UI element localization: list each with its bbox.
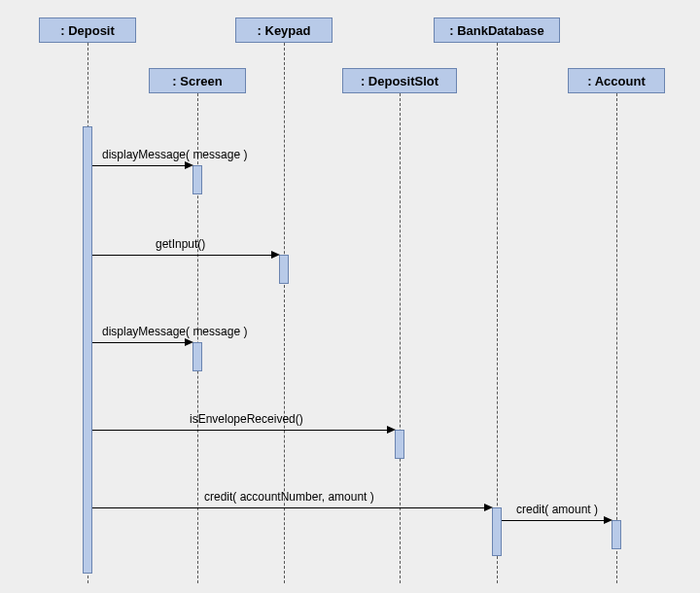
arrowhead-icon xyxy=(484,504,493,511)
message-label: credit( accountNumber, amount ) xyxy=(204,490,374,504)
participant-screen: : Screen xyxy=(149,68,246,93)
activation-bar xyxy=(83,126,92,574)
message-label: credit( amount ) xyxy=(516,503,598,516)
participant-label: : BankDatabase xyxy=(449,23,544,38)
lifeline xyxy=(497,43,498,583)
message-arrow xyxy=(502,520,609,521)
participant-account: : Account xyxy=(568,68,665,93)
activation-bar xyxy=(492,507,502,556)
participant-label: : Keypad xyxy=(258,23,311,38)
arrowhead-icon xyxy=(185,338,193,346)
participant-depositslot: : DepositSlot xyxy=(342,68,457,93)
activation-bar xyxy=(612,520,621,549)
message-arrow xyxy=(92,255,275,256)
message-label: getInput() xyxy=(156,237,205,251)
message-arrow xyxy=(92,430,391,431)
message-label: displayMessage( message ) xyxy=(102,148,247,161)
participant-label: : Deposit xyxy=(60,23,115,38)
message-arrow xyxy=(92,165,190,166)
lifeline xyxy=(400,93,401,583)
message-label: isEnvelopeReceived() xyxy=(190,412,303,426)
participant-keypad: : Keypad xyxy=(235,17,332,43)
message-arrow xyxy=(92,342,190,343)
lifeline xyxy=(616,93,617,583)
arrowhead-icon xyxy=(185,161,193,169)
activation-bar xyxy=(192,165,202,194)
sequence-diagram: : Deposit : Keypad : BankDatabase : Scre… xyxy=(0,0,700,593)
message-label: displayMessage( message ) xyxy=(102,325,247,338)
activation-bar xyxy=(192,342,202,371)
participant-label: : Screen xyxy=(172,74,222,88)
arrowhead-icon xyxy=(387,426,396,434)
participant-bankdatabase: : BankDatabase xyxy=(434,17,560,43)
arrowhead-icon xyxy=(271,251,280,259)
activation-bar xyxy=(395,430,404,459)
message-arrow xyxy=(92,507,488,508)
participant-label: : DepositSlot xyxy=(361,74,438,88)
arrowhead-icon xyxy=(604,516,612,524)
participant-label: : Account xyxy=(587,74,645,88)
participant-deposit: : Deposit xyxy=(39,17,136,43)
activation-bar xyxy=(279,255,289,284)
